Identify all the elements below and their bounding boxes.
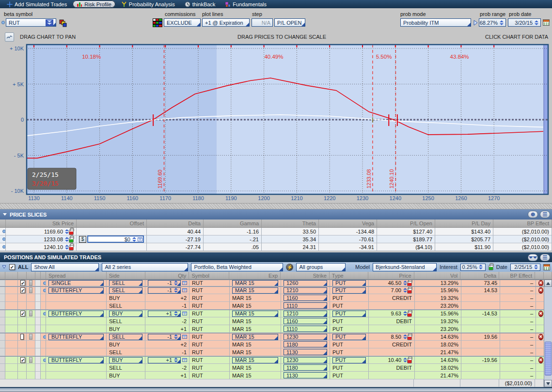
price-slices-menu-button[interactable]: ☰ (540, 211, 550, 218)
strike-cell[interactable]: 1230 (281, 357, 330, 364)
delete-trade-button[interactable]: ✕ (538, 311, 543, 317)
price-cell[interactable]: 9.63 (369, 310, 415, 317)
tab-thinkback[interactable]: thinkBack (181, 0, 220, 8)
spread-cell[interactable]: BUTTERFLY (46, 333, 107, 341)
chart-toggle-cell[interactable] (27, 280, 35, 286)
strike-cell[interactable]: 1180 (281, 341, 330, 348)
stk-price-cell[interactable]: 1169.60 (6, 228, 77, 235)
price-lock-icon[interactable] (407, 288, 412, 294)
spread-select[interactable]: SINGLE (48, 280, 104, 286)
collapse-all-button[interactable]: ⏷⏷ (528, 254, 538, 261)
type-select[interactable]: PUT (332, 280, 366, 286)
side-cell[interactable]: BUY (107, 310, 145, 317)
side-select[interactable]: BUY (109, 357, 142, 363)
strike-cell[interactable]: 1130 (281, 372, 330, 379)
positions-scrollbar[interactable] (544, 280, 552, 387)
strike-select[interactable]: 1260 (284, 280, 327, 286)
type-cell[interactable]: PUT (330, 357, 369, 364)
type-select[interactable]: PUT (332, 287, 366, 294)
chart-toggle-icon[interactable] (29, 357, 32, 363)
price-stepper[interactable] (403, 334, 407, 340)
spread-cell[interactable]: SINGLE (46, 280, 107, 286)
qty-input[interactable]: -1 (148, 287, 181, 294)
step-input[interactable]: N/A (252, 18, 273, 27)
type-cell[interactable]: PUT (330, 333, 369, 341)
qty-cell[interactable]: -1 (145, 333, 189, 341)
strike-cell[interactable]: 1160 (281, 294, 330, 302)
exp-cell[interactable]: MAR 15 (230, 280, 281, 286)
exp-cell[interactable]: MAR 15 (230, 333, 281, 341)
prob-range-input[interactable]: 68.27% (479, 18, 506, 27)
strike-select[interactable]: 1180 (284, 364, 327, 371)
side-cell[interactable]: SELL (107, 287, 145, 294)
beta-symbol-select[interactable]: RUT (6, 18, 56, 27)
scrollbar-thumb[interactable] (545, 342, 552, 376)
offset-input[interactable]: $0 (87, 235, 144, 243)
strike-cell[interactable]: 1210 (281, 287, 330, 294)
strike-select[interactable]: 1110 (284, 302, 327, 309)
trade-checkbox[interactable]: ✓ (20, 287, 25, 293)
side-cell[interactable]: SELL (107, 280, 145, 286)
prob-date-stepper[interactable] (534, 19, 538, 26)
price-lock-icon[interactable] (407, 358, 412, 363)
checkbox-cell[interactable]: ✓ (18, 357, 27, 364)
strike-cell[interactable]: 1260 (281, 280, 330, 286)
price-stepper[interactable] (403, 357, 407, 363)
trade-checkbox[interactable]: ✓ (20, 357, 25, 363)
tab-fundamentals[interactable]: Fundamentals (221, 0, 270, 8)
price-cell[interactable]: 7.00 (369, 287, 415, 294)
trade-checkbox[interactable]: ✓ (20, 311, 25, 316)
tab-add-simulated-trades[interactable]: Add Simulated Trades (3, 0, 71, 8)
qty-cell[interactable]: -1 (145, 287, 189, 294)
portfolio-filter-select[interactable]: Portfolio, Beta Weighted (191, 263, 283, 271)
exp-select[interactable]: MAR 15 (232, 280, 278, 286)
tab-risk-profile[interactable]: Risk Profile (73, 0, 115, 8)
pl-mode-select[interactable]: P/L OPEN (274, 18, 305, 27)
type-cell[interactable]: PUT (330, 310, 369, 317)
interest-lock-icon[interactable] (489, 265, 493, 270)
qty-dropdown-arrow-icon[interactable] (183, 282, 187, 284)
side-cell[interactable]: SELL (107, 333, 145, 341)
slice-lock-icon[interactable] (69, 237, 74, 243)
checkbox-cell[interactable]: ✓ (18, 280, 27, 286)
positions-menu-button[interactable]: ☰ (540, 254, 550, 261)
chart-toggle-icon[interactable] (29, 334, 32, 340)
tab-probability-analysis[interactable]: Probability Analysis (117, 0, 179, 8)
slice-dollar-mode-button[interactable]: $ (79, 236, 86, 243)
strike-cell[interactable]: 1130 (281, 348, 330, 356)
qty-dropdown-arrow-icon[interactable] (183, 335, 187, 338)
show-filter-select[interactable]: Show All (31, 263, 99, 271)
qty-cell[interactable]: +1 (145, 357, 189, 364)
model-select[interactable]: Bjerksund-Stensland (373, 263, 437, 271)
checkbox-cell[interactable]: ✓ (18, 310, 27, 317)
strike-select[interactable]: 1210 (284, 287, 327, 294)
chart-style-button[interactable] (5, 32, 14, 42)
qty-input[interactable]: +1 (148, 311, 181, 317)
exp-cell[interactable]: MAR 15 (230, 310, 281, 317)
price-lock-icon[interactable] (407, 281, 412, 286)
add-price-slice-button[interactable]: ⊕ (528, 211, 538, 218)
exp-select[interactable]: MAR 15 (232, 357, 278, 363)
strike-cell[interactable]: 1110 (281, 302, 330, 310)
chart-toggle-cell[interactable] (27, 287, 35, 294)
link-groups-icon[interactable] (59, 19, 67, 27)
date-stepper[interactable] (534, 264, 538, 270)
strike-select[interactable]: 1230 (284, 357, 327, 363)
series-filter-select[interactable]: All 2 series (102, 263, 188, 271)
strike-select[interactable]: 1130 (284, 372, 327, 378)
price-stepper[interactable] (403, 311, 407, 317)
stk-price-stepper[interactable] (64, 236, 69, 242)
qty-input[interactable]: -1 (148, 280, 181, 286)
risk-profile-chart[interactable]: 1130114011501160117011801190120012101220… (0, 44, 552, 203)
price-cell[interactable]: 8.50 (369, 333, 415, 341)
delete-trade-button[interactable]: ✕ (538, 357, 543, 363)
scroll-down-button[interactable] (544, 380, 552, 387)
strike-cell[interactable]: 1230 (281, 333, 330, 341)
date-calendar-icon[interactable] (543, 264, 550, 270)
strike-select[interactable]: 1230 (284, 334, 327, 340)
offset-dropdown-arrow-icon[interactable] (138, 238, 142, 241)
qty-input[interactable]: -1 (148, 334, 181, 340)
trade-checkbox[interactable] (20, 334, 24, 340)
spread-cell[interactable]: BUTTERFLY (46, 287, 107, 294)
type-cell[interactable]: PUT (330, 287, 369, 294)
